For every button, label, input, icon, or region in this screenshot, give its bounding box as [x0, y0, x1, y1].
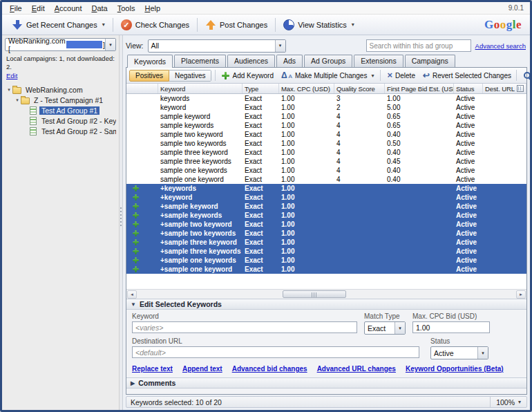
tree-item-z-test-campaign-1[interactable]: ▾Z - Test Campaign #1	[5, 95, 116, 105]
table-row[interactable]: +sample one keywordExact1.00Active	[126, 265, 526, 274]
statistics-circle-icon	[283, 19, 294, 30]
table-row[interactable]: keywordsExact1.0031.00Active	[126, 94, 526, 103]
cell-keyword: sample three keywords	[158, 157, 243, 166]
menu-item-file[interactable]: File	[5, 3, 27, 13]
table-row[interactable]: sample two keywordsExact1.0040.50Active	[126, 139, 526, 148]
make-multiple-changes-button[interactable]: ΔA Make Multiple Changes ▾	[278, 70, 377, 81]
link-replace-text[interactable]: Replace text	[132, 365, 173, 373]
zoom-control[interactable]: 100% ▾	[490, 397, 526, 407]
cell-keyword: sample keywords	[158, 121, 243, 130]
table-row[interactable]: +sample two keywordExact1.00Active	[126, 220, 526, 229]
keyword-opportunities-button[interactable]: Keyword Opportunities	[520, 70, 532, 81]
tree-expander-icon[interactable]: ▾	[14, 97, 21, 103]
table-row[interactable]: +sample one keywordsExact1.00Active	[126, 256, 526, 265]
cell-dest-url	[483, 148, 526, 157]
tree-item-webranking-com[interactable]: ▾WebRanking.com	[5, 84, 116, 95]
post-changes-button[interactable]: Post Changes	[200, 17, 273, 32]
tree-item-test-ad-group-2-sample-k[interactable]: Test Ad Group #2 - Sample K...	[5, 126, 116, 136]
check-changes-button[interactable]: ✓Check Changes	[115, 17, 195, 32]
add-keyword-button[interactable]: Add Keyword	[219, 71, 276, 81]
cell-status: Active	[454, 103, 483, 112]
tree-expander-icon[interactable]: ▾	[6, 87, 12, 93]
table-row[interactable]: sample keywordExact1.0040.65Active	[126, 112, 526, 121]
max-cpc-input[interactable]: 1.00	[412, 321, 490, 333]
account-selector[interactable]: WebRanking.com [ ] ▾	[5, 38, 116, 51]
cell-type: Exact	[243, 238, 279, 247]
link-keyword-opportunities-beta[interactable]: Keyword Opportunities (Beta)	[406, 365, 504, 373]
table-row[interactable]: sample two keywordExact1.0040.40Active	[126, 130, 526, 139]
match-type-select[interactable]: Exact ▾	[364, 321, 406, 335]
sidebar-splitter[interactable]	[120, 35, 123, 410]
scroll-right-button[interactable]: ►	[516, 290, 526, 299]
view-statistics-button[interactable]: View Statistics▾	[278, 17, 360, 32]
comments-header[interactable]: ▶ Comments	[126, 377, 526, 388]
cell-dest-url	[483, 130, 526, 139]
keyword-input[interactable]: <varies>	[132, 321, 357, 333]
tab-extensions[interactable]: Extensions	[354, 55, 403, 67]
table-row[interactable]: sample three keywordsExact1.0040.45Activ…	[126, 157, 526, 166]
destination-url-input[interactable]: <default>	[132, 346, 419, 358]
tree-item-test-ad-group-1[interactable]: Test Ad Group #1	[5, 105, 116, 115]
edit-link[interactable]: Edit	[6, 72, 17, 80]
column-header-status[interactable]: Status	[454, 84, 483, 93]
cell-type: Exact	[243, 175, 279, 184]
search-input[interactable]: Search within this ad group	[366, 39, 471, 52]
table-row[interactable]: +sample three keywordsExact1.00Active	[126, 247, 526, 256]
tab-keywords[interactable]: Keywords	[127, 55, 173, 68]
tab-audiences[interactable]: Audiences	[227, 55, 275, 67]
link-append-text[interactable]: Append text	[182, 365, 222, 373]
cell-type: Exact	[243, 193, 279, 202]
table-row[interactable]: +keywordsExact1.00Active	[126, 184, 526, 193]
column-chooser-icon[interactable]	[517, 85, 524, 92]
column-header-type[interactable]: Type	[243, 84, 279, 93]
negatives-toggle[interactable]: Negatives	[169, 70, 211, 82]
positives-toggle[interactable]: Positives	[129, 70, 169, 82]
advanced-search-link[interactable]: Advanced search	[475, 42, 526, 50]
collapse-triangle-icon: ▼	[131, 301, 136, 308]
table-row[interactable]: +sample keywordExact1.00Active	[126, 202, 526, 211]
menu-item-data[interactable]: Data	[86, 3, 112, 13]
link-advanced-url-changes[interactable]: Advanced URL changes	[317, 365, 396, 373]
column-header-quality-score[interactable]: Quality Score	[334, 84, 385, 93]
menu-item-account[interactable]: Account	[50, 3, 87, 13]
horizontal-scrollbar[interactable]: ◄ ►	[126, 289, 526, 299]
cell-quality-score: 4	[334, 166, 385, 175]
cell-dest-url	[483, 229, 526, 238]
cell-dest-url	[483, 94, 526, 103]
delete-button[interactable]: × Delete	[384, 70, 418, 81]
get-recent-changes-button[interactable]: Get Recent Changes▾	[6, 17, 111, 32]
tab-placements[interactable]: Placements	[174, 55, 226, 67]
scrollbar-thumb[interactable]	[283, 290, 347, 298]
column-header-keyword[interactable]: Keyword	[158, 84, 243, 93]
table-row[interactable]: keywordExact1.0025.00Active	[126, 103, 526, 112]
menu-item-edit[interactable]: Edit	[27, 3, 50, 13]
column-header-max-cpc-usd[interactable]: Max. CPC (USD)	[279, 84, 334, 93]
column-header-first-page-bid-est-usd[interactable]: First Page Bid Est. (USD)	[385, 84, 454, 93]
tree-item-test-ad-group-2-keywords[interactable]: Test Ad Group #2 - Keywords	[5, 115, 116, 126]
table-row[interactable]: +sample three keywordExact1.00Active	[126, 238, 526, 247]
cell-first-page-bid	[385, 202, 454, 211]
table-row[interactable]: +sample keywordsExact1.00Active	[126, 211, 526, 220]
menu-item-tools[interactable]: Tools	[113, 3, 140, 13]
tab-campaigns[interactable]: Campaigns	[405, 55, 455, 67]
table-row[interactable]: sample keywordsExact1.0040.65Active	[126, 121, 526, 130]
edit-selected-keywords-header[interactable]: ▼ Edit Selected Keywords	[126, 299, 526, 310]
table-row[interactable]: +sample two keywordsExact1.00Active	[126, 229, 526, 238]
link-advanced-bid-changes[interactable]: Advanced bid changes	[232, 365, 307, 373]
revert-selected-changes-button[interactable]: ↩ Revert Selected Changes	[420, 70, 514, 81]
cell-keyword: +sample keyword	[158, 202, 243, 211]
table-row[interactable]: sample three keywordExact1.0040.40Active	[126, 148, 526, 157]
scroll-left-button[interactable]: ◄	[127, 290, 137, 299]
status-select[interactable]: Active ▾	[430, 346, 488, 359]
cell-status: Active	[454, 229, 483, 238]
tab-ads[interactable]: Ads	[276, 55, 303, 67]
added-keyword-plus-icon	[133, 185, 139, 191]
table-row[interactable]: +keywordExact1.00Active	[126, 193, 526, 202]
tab-ad-groups[interactable]: Ad Groups	[304, 55, 352, 67]
table-row[interactable]: sample one keywordsExact1.0040.40Active	[126, 166, 526, 175]
view-select[interactable]: All ▾	[148, 39, 286, 53]
menu-item-help[interactable]: Help	[140, 3, 165, 13]
cell-max-cpc: 1.00	[279, 202, 334, 211]
column-header-dest-url[interactable]: Dest. URL	[483, 84, 526, 93]
table-row[interactable]: sample one keywordExact1.0040.40Active	[126, 175, 526, 184]
